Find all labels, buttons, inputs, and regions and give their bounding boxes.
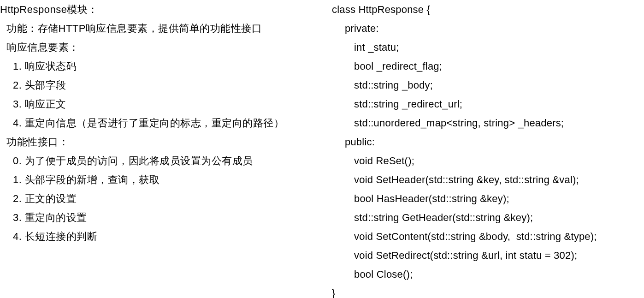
private-member: std::unordered_map<string, string> _head…	[332, 113, 644, 132]
element-item: 4. 重定向信息（是否进行了重定向的标志，重定向的路径）	[0, 113, 326, 132]
right-column: class HttpResponse { private: int _statu…	[332, 0, 644, 298]
public-method: bool Close();	[332, 265, 644, 284]
public-method: void ReSet();	[332, 151, 644, 170]
interface-item: 3. 重定向的设置	[0, 208, 326, 227]
public-label: public:	[332, 132, 644, 151]
private-member: std::string _redirect_url;	[332, 95, 644, 113]
interface-item: 4. 长短连接的判断	[0, 227, 326, 246]
class-declaration: class HttpResponse {	[332, 0, 644, 19]
public-method: bool HasHeader(std::string &key);	[332, 189, 644, 208]
left-column: HttpResponse模块： 功能：存储HTTP响应信息要素，提供简单的功能性…	[0, 0, 332, 298]
module-title: HttpResponse模块：	[0, 0, 326, 19]
element-item: 2. 头部字段	[0, 76, 326, 95]
interface-item: 0. 为了便于成员的访问，因此将成员设置为公有成员	[0, 151, 326, 170]
interfaces-header: 功能性接口：	[0, 132, 326, 151]
interface-item: 1. 头部字段的新增，查询，获取	[0, 170, 326, 189]
private-member: int _statu;	[332, 38, 644, 57]
elements-header: 响应信息要素：	[0, 38, 326, 57]
element-item: 1. 响应状态码	[0, 57, 326, 76]
class-close: }	[332, 284, 644, 298]
interface-item: 2. 正文的设置	[0, 189, 326, 208]
private-label: private:	[332, 19, 644, 38]
public-method: void SetContent(std::string &body, std::…	[332, 227, 644, 246]
element-item: 3. 响应正文	[0, 95, 326, 113]
private-member: std::string _body;	[332, 76, 644, 95]
public-method: void SetHeader(std::string &key, std::st…	[332, 170, 644, 189]
public-method: std::string GetHeader(std::string &key);	[332, 208, 644, 227]
module-feature: 功能：存储HTTP响应信息要素，提供简单的功能性接口	[0, 19, 326, 38]
private-member: bool _redirect_flag;	[332, 57, 644, 76]
public-method: void SetRedirect(std::string &url, int s…	[332, 246, 644, 265]
